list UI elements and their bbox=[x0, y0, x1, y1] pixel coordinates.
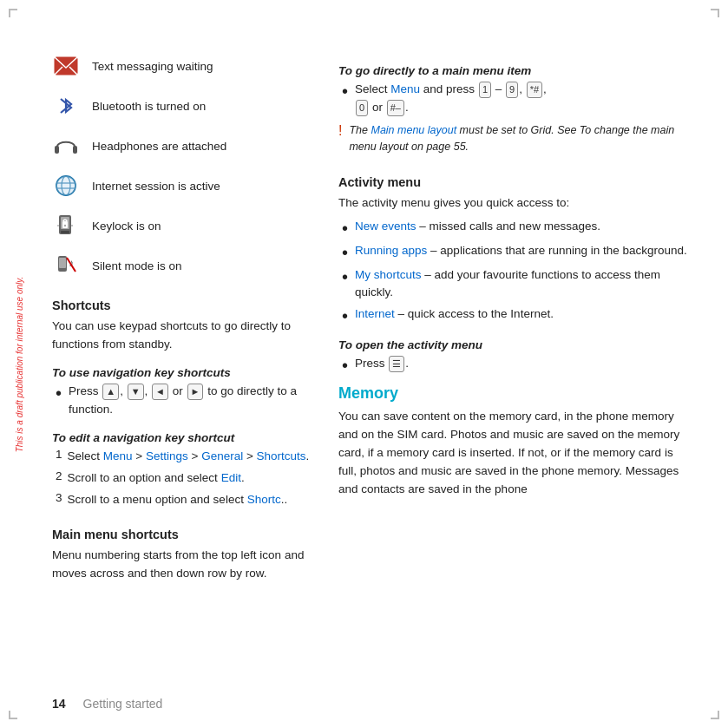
go-directly-text: Select Menu and press 1 – 9, *#, 0 or #–… bbox=[355, 81, 547, 117]
edit-link: Edit bbox=[221, 471, 241, 484]
svg-rect-18 bbox=[59, 258, 66, 268]
shortcuts-link: Shortcuts bbox=[257, 449, 306, 462]
step-text-2: Scroll to an option and select Edit. bbox=[68, 469, 245, 488]
shortc-link: Shortc bbox=[247, 493, 281, 506]
warning-text: The Main menu layout must be set to Grid… bbox=[349, 122, 693, 156]
activity-bullet-2: • Running apps – applications that are r… bbox=[342, 242, 693, 263]
silent-label: Silent mode is on bbox=[92, 259, 182, 272]
key-1: 1 bbox=[479, 82, 491, 98]
key-up: ▲ bbox=[102, 384, 119, 400]
menu-link-1: Menu bbox=[103, 449, 133, 462]
text-msg-label: Text messaging waiting bbox=[92, 60, 213, 73]
svg-rect-14 bbox=[61, 231, 69, 233]
main-menu-layout-link: Main menu layout bbox=[371, 124, 456, 136]
bullet-dot-open: • bbox=[342, 355, 348, 376]
nav-shortcuts-heading: To use navigation key shortcuts bbox=[52, 366, 312, 379]
bullet-dot-nav: • bbox=[56, 383, 62, 403]
go-directly-heading: To go directly to a main menu item bbox=[338, 64, 693, 77]
step-num-2: 2 bbox=[56, 469, 62, 488]
corner-mark-tr bbox=[711, 9, 719, 17]
svg-point-9 bbox=[56, 176, 75, 195]
edit-step-2: 2 Scroll to an option and select Edit. bbox=[56, 469, 312, 488]
key-left: ◄ bbox=[152, 384, 168, 400]
icon-row-internet: Internet session is active bbox=[52, 172, 312, 200]
headphone-icon bbox=[52, 132, 80, 160]
icon-row-keylock: Keylock is on bbox=[52, 212, 312, 239]
shortcuts-heading: Shortcuts bbox=[52, 298, 312, 312]
open-activity-text: Press ☰. bbox=[355, 355, 409, 373]
main-menu-shortcuts-heading: Main menu shortcuts bbox=[52, 528, 312, 541]
internet-label: Internet session is active bbox=[92, 180, 220, 193]
corner-mark-bl bbox=[9, 711, 17, 719]
bluetooth-label: Bluetooth is turned on bbox=[92, 100, 206, 113]
internet-link: Internet bbox=[355, 307, 395, 320]
svg-rect-3 bbox=[55, 146, 59, 154]
page-number: 14 bbox=[52, 697, 66, 711]
left-column: Text messaging waiting Bluetooth is turn… bbox=[52, 52, 312, 693]
step-text-3: Scroll to a menu option and select Short… bbox=[68, 491, 288, 509]
bullet-dot-activity-1: • bbox=[342, 218, 348, 239]
memory-body: You can save content on the memory card,… bbox=[338, 408, 693, 499]
svg-point-13 bbox=[64, 225, 66, 226]
step-num-3: 3 bbox=[56, 491, 62, 509]
open-activity-heading: To open the activity menu bbox=[338, 338, 693, 351]
key-down: ▼ bbox=[128, 384, 144, 400]
page-footer: 14 Getting started bbox=[52, 697, 162, 711]
key-activity: ☰ bbox=[389, 356, 404, 372]
key-right: ► bbox=[187, 384, 204, 400]
svg-rect-4 bbox=[73, 146, 77, 154]
nav-bullet-item: • Press ▲, ▼, ◄ or ► to go directly to a… bbox=[56, 383, 312, 419]
corner-mark-tl bbox=[9, 9, 17, 17]
bullet-dot-activity-3: • bbox=[342, 266, 348, 287]
settings-link: Settings bbox=[146, 449, 188, 462]
open-activity-bullet: • Press ☰. bbox=[342, 355, 693, 376]
activity-bullet-1: • New events – missed calls and new mess… bbox=[342, 218, 693, 239]
icon-row-bluetooth: Bluetooth is turned on bbox=[52, 92, 312, 120]
key-9: 9 bbox=[506, 82, 518, 98]
envelope-icon bbox=[52, 52, 80, 80]
bullet-dot-activity-4: • bbox=[342, 305, 348, 326]
silent-icon: ♪ bbox=[52, 252, 80, 279]
edit-step-1: 1 Select Menu > Settings > General > Sho… bbox=[56, 448, 312, 466]
activity-text-2: Running apps – applications that are run… bbox=[355, 242, 687, 260]
keylock-icon bbox=[52, 212, 80, 239]
page-container: Text messaging waiting Bluetooth is turn… bbox=[52, 52, 693, 693]
activity-bullet-4: • Internet – quick access to the Interne… bbox=[342, 305, 693, 326]
keylock-label: Keylock is on bbox=[92, 220, 161, 233]
icon-row-headphones: Headphones are attached bbox=[52, 132, 312, 160]
activity-body: The activity menu gives you quick access… bbox=[338, 194, 693, 213]
activity-text-1: New events – missed calls and new messag… bbox=[355, 218, 600, 236]
icon-row-text-msg: Text messaging waiting bbox=[52, 52, 312, 80]
step-text-1: Select Menu > Settings > General > Short… bbox=[68, 448, 310, 466]
activity-text-4: Internet – quick access to the Internet. bbox=[355, 305, 554, 324]
general-link: General bbox=[201, 449, 243, 462]
activity-text-3: My shortcuts – add your favourite functi… bbox=[355, 266, 693, 303]
shortcuts-body: You can use keypad shortcuts to go direc… bbox=[52, 318, 312, 354]
warning-note: ! The Main menu layout must be set to Gr… bbox=[338, 122, 693, 156]
warning-icon: ! bbox=[338, 123, 342, 139]
key-star: *# bbox=[527, 82, 542, 98]
my-shortcuts-link: My shortcuts bbox=[355, 268, 422, 281]
icon-row-silent: ♪ Silent mode is on bbox=[52, 252, 312, 279]
step-num-1: 1 bbox=[56, 448, 62, 466]
nav-bullet-text: Press ▲, ▼, ◄ or ► to go directly to a f… bbox=[69, 383, 312, 419]
main-menu-body: Menu numbering starts from the top left … bbox=[52, 547, 312, 583]
bluetooth-icon bbox=[52, 92, 80, 120]
edit-step-3: 3 Scroll to a menu option and select Sho… bbox=[56, 491, 312, 509]
go-directly-bullet: • Select Menu and press 1 – 9, *#, 0 or … bbox=[342, 81, 693, 117]
side-label: This is a draft publication for internal… bbox=[15, 277, 24, 453]
footer-section: Getting started bbox=[83, 697, 163, 711]
memory-heading: Memory bbox=[338, 384, 693, 403]
headphones-label: Headphones are attached bbox=[92, 140, 226, 153]
bullet-dot-activity-2: • bbox=[342, 242, 348, 263]
menu-link-2: Menu bbox=[390, 82, 420, 95]
activity-menu-heading: Activity menu bbox=[338, 175, 693, 189]
activity-bullet-3: • My shortcuts – add your favourite func… bbox=[342, 266, 693, 303]
corner-mark-br bbox=[711, 711, 719, 719]
running-apps-link: Running apps bbox=[355, 244, 427, 257]
right-column: To go directly to a main menu item • Sel… bbox=[338, 52, 693, 693]
edit-shortcut-heading: To edit a navigation key shortcut bbox=[52, 431, 312, 444]
globe-icon bbox=[52, 172, 80, 200]
new-events-link: New events bbox=[355, 220, 416, 233]
key-hash: #– bbox=[387, 100, 404, 116]
